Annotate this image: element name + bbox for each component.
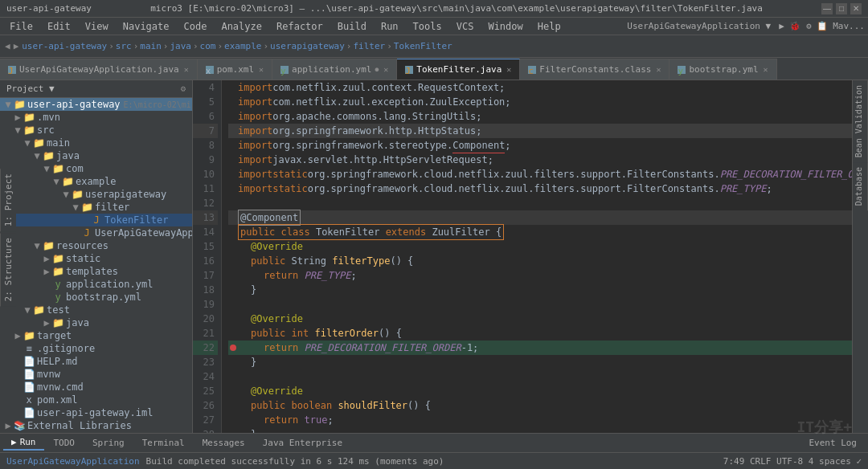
menu-run[interactable]: Run [375, 19, 405, 34]
expand-arrow[interactable]: ▼ [23, 137, 32, 149]
tree-mvnw[interactable]: 📄 mvnw [0, 368, 192, 381]
bc-project[interactable]: user-api-gateway [22, 41, 107, 51]
tree-gitignore[interactable]: ≡ .gitignore [0, 342, 192, 355]
expand-arrow[interactable]: ▼ [51, 176, 61, 187]
tab-run[interactable]: ▶ Run [3, 435, 44, 451]
menu-build[interactable]: Build [331, 19, 373, 34]
tree-filter[interactable]: ▼ 📁 filter [0, 201, 192, 214]
menu-code[interactable]: Code [178, 19, 214, 34]
project-tree[interactable]: ▼ 📁 user-api-gateway E:\micro-02\micro3\… [0, 98, 192, 433]
tree-bootstrap-yml[interactable]: y bootstrap.yml [0, 291, 192, 304]
menu-navigate[interactable]: Navigate [117, 19, 176, 34]
expand-arrow[interactable]: ▶ [42, 317, 51, 328]
tab-close-icon[interactable]: ✕ [184, 65, 189, 74]
menu-vcs[interactable]: VCS [450, 19, 481, 34]
expand-arrow[interactable]: ▶ [3, 420, 13, 431]
bc-userapigateway[interactable]: userapigateway [270, 41, 345, 51]
tab-pom[interactable]: x pom.xml ✕ [198, 59, 272, 80]
expand-arrow[interactable]: ▼ [32, 240, 42, 251]
expand-arrow[interactable]: ▶ [13, 112, 23, 123]
tab-tokenfilter[interactable]: J TokenFilter.java ✕ [397, 59, 520, 80]
tree-tokenfilter[interactable]: J TokenFilter [0, 214, 192, 226]
menu-bar: File Edit View Navigate Code Analyze Ref… [0, 18, 868, 35]
tree-mvnwcmd[interactable]: 📄 mvnw.cmd [0, 381, 192, 394]
menu-edit[interactable]: Edit [41, 19, 77, 34]
expand-arrow[interactable]: ▼ [42, 163, 51, 174]
folder-icon: 📁 [80, 202, 93, 213]
tree-iml[interactable]: 📄 user-api-gateway.iml [0, 406, 192, 419]
tree-resources[interactable]: ▼ 📁 resources [0, 239, 192, 252]
tree-java[interactable]: ▼ 📁 java [0, 149, 192, 162]
tree-pom[interactable]: x pom.xml [0, 394, 192, 406]
tab-java-enterprise[interactable]: Java Enterprise [255, 436, 350, 450]
close-button[interactable]: ✕ [850, 3, 862, 14]
bc-src[interactable]: src [116, 41, 132, 51]
side-panel-database[interactable]: Database [853, 162, 868, 210]
bc-filter[interactable]: filter [353, 41, 385, 51]
maximize-button[interactable]: □ [836, 3, 847, 14]
bc-example[interactable]: example [224, 41, 261, 51]
sidebar-settings[interactable]: ⚙ [180, 84, 186, 94]
tab-terminal[interactable]: Terminal [134, 436, 193, 450]
expand-arrow[interactable]: ▼ [13, 124, 23, 136]
left-vtab-structure[interactable]: 2: Structure [0, 233, 16, 306]
expand-arrow[interactable]: ▶ [42, 266, 51, 277]
tree-test[interactable]: ▼ 📁 test [0, 304, 192, 316]
menu-refactor[interactable]: Refactor [270, 19, 330, 34]
tab-messages[interactable]: Messages [194, 436, 253, 450]
menu-view[interactable]: View [79, 19, 115, 34]
tree-test-java[interactable]: ▶ 📁 java [0, 316, 192, 329]
nav-forward[interactable]: ▶ [14, 41, 19, 51]
tab-close-icon[interactable]: ✕ [656, 65, 661, 74]
tree-application-yml[interactable]: y application.yml [0, 278, 192, 291]
expand-arrow[interactable]: ▼ [23, 304, 32, 316]
bc-com[interactable]: com [200, 41, 216, 51]
search-everywhere[interactable]: Mav... [833, 21, 865, 31]
expand-arrow[interactable]: ▼ [61, 189, 71, 200]
tab-close-icon[interactable]: ✕ [506, 65, 511, 74]
menu-tools[interactable]: Tools [407, 19, 448, 34]
tab-bootstrap-yml[interactable]: y bootstrap.yml ✕ [669, 59, 776, 80]
tree-target[interactable]: ▶ 📁 target [0, 329, 192, 342]
tree-userapigateway[interactable]: ▼ 📁 userapigateway [0, 188, 192, 201]
expand-arrow[interactable]: ▶ [42, 253, 51, 264]
code-editor[interactable]: 4 5 6 7 8 9 10 11 12 13 14 15 16 17 18 1… [193, 80, 852, 433]
tree-mvn[interactable]: ▶ 📁 .mvn [0, 111, 192, 124]
tab-close-icon[interactable]: ✕ [383, 65, 388, 74]
side-panel-bean-validation[interactable]: Bean Validation [853, 80, 868, 162]
tab-close-icon[interactable]: ✕ [764, 65, 768, 74]
tree-main[interactable]: ▼ 📁 main [0, 137, 192, 149]
menu-window[interactable]: Window [481, 19, 529, 34]
menu-help[interactable]: Help [531, 19, 567, 34]
tree-external-libs[interactable]: ▶ 📚 External Libraries [0, 419, 192, 432]
tab-todo[interactable]: TODO [46, 436, 84, 450]
expand-arrow[interactable]: ▼ [3, 99, 13, 110]
menu-file[interactable]: File [3, 19, 39, 34]
expand-arrow[interactable]: ▼ [32, 150, 42, 161]
tree-example[interactable]: ▼ 📁 example [0, 175, 192, 188]
tab-close-icon[interactable]: ✕ [259, 65, 264, 74]
menu-analyze[interactable]: Analyze [215, 19, 268, 34]
bc-java[interactable]: java [170, 41, 191, 51]
tab-spring[interactable]: Spring [84, 436, 133, 450]
tab-event-log[interactable]: Event Log [800, 436, 865, 450]
breakpoint-22[interactable] [230, 345, 236, 351]
tree-root[interactable]: ▼ 📁 user-api-gateway E:\micro-02\micro3\… [0, 98, 192, 111]
minimize-button[interactable]: — [821, 3, 833, 14]
tree-src[interactable]: ▼ 📁 src [0, 124, 192, 137]
expand-arrow[interactable]: ▶ [13, 330, 23, 341]
left-vtab-project[interactable]: 1: Project [0, 169, 16, 231]
tree-static[interactable]: ▶ 📁 static [0, 252, 192, 265]
bc-main[interactable]: main [140, 41, 162, 51]
tree-templates[interactable]: ▶ 📁 templates [0, 265, 192, 278]
tree-helpmd[interactable]: 📄 HELP.md [0, 355, 192, 368]
nav-back[interactable]: ◀ [5, 41, 10, 51]
tree-userapigatewayapplication[interactable]: J UserApiGatewayApplic... [0, 226, 192, 239]
bc-tokenfilter[interactable]: TokenFilter [394, 41, 452, 51]
expand-arrow[interactable]: ▼ [71, 202, 80, 213]
tab-filterconstants[interactable]: c FilterConstants.class ✕ [520, 59, 669, 80]
gutter-22[interactable] [228, 345, 238, 351]
tab-application-yml[interactable]: y application.yml ● ✕ [272, 59, 397, 80]
tree-com[interactable]: ▼ 📁 com [0, 162, 192, 175]
tab-userapigatewayapplication[interactable]: J UserApiGatewayApplication.java ✕ [0, 59, 198, 80]
